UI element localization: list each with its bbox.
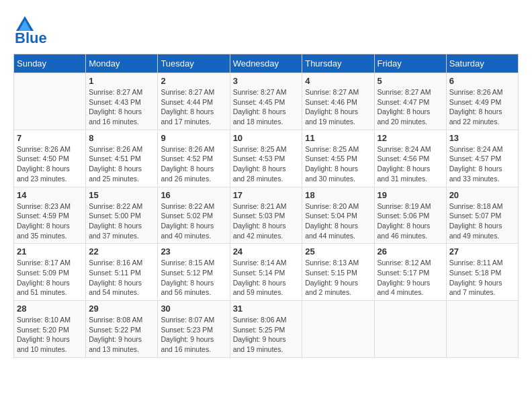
page-header: Blue xyxy=(13,13,519,47)
day-number: 18 xyxy=(305,190,371,200)
calendar-cell: 24Sunrise: 8:14 AMSunset: 5:14 PMDayligh… xyxy=(230,244,302,301)
calendar-cell: 25Sunrise: 8:13 AMSunset: 5:15 PMDayligh… xyxy=(302,244,374,301)
day-number: 4 xyxy=(305,76,371,86)
day-info: Sunrise: 8:22 AMSunset: 5:00 PMDaylight:… xyxy=(89,201,154,241)
day-info: Sunrise: 8:15 AMSunset: 5:12 PMDaylight:… xyxy=(161,258,226,298)
calendar-cell xyxy=(446,301,518,358)
day-number: 5 xyxy=(378,76,443,86)
day-number: 25 xyxy=(305,246,371,257)
day-info: Sunrise: 8:27 AMSunset: 4:43 PMDaylight:… xyxy=(89,87,154,127)
day-number: 16 xyxy=(161,190,226,200)
calendar-cell: 27Sunrise: 8:11 AMSunset: 5:18 PMDayligh… xyxy=(446,244,518,301)
calendar-cell: 17Sunrise: 8:21 AMSunset: 5:03 PMDayligh… xyxy=(230,187,302,244)
header-day-thursday: Thursday xyxy=(302,54,374,73)
calendar-cell: 29Sunrise: 8:08 AMSunset: 5:22 PMDayligh… xyxy=(86,301,158,358)
day-info: Sunrise: 8:26 AMSunset: 4:50 PMDaylight:… xyxy=(17,144,83,184)
calendar-cell: 10Sunrise: 8:25 AMSunset: 4:53 PMDayligh… xyxy=(230,130,302,187)
day-number: 1 xyxy=(89,76,154,86)
day-number: 9 xyxy=(161,133,226,143)
day-info: Sunrise: 8:13 AMSunset: 5:15 PMDaylight:… xyxy=(305,258,371,298)
day-number: 12 xyxy=(378,133,443,143)
day-info: Sunrise: 8:06 AMSunset: 5:25 PMDaylight:… xyxy=(233,315,300,355)
calendar-cell: 9Sunrise: 8:26 AMSunset: 4:52 PMDaylight… xyxy=(158,130,230,187)
calendar-cell: 18Sunrise: 8:20 AMSunset: 5:04 PMDayligh… xyxy=(302,187,374,244)
day-info: Sunrise: 8:12 AMSunset: 5:17 PMDaylight:… xyxy=(378,258,443,298)
day-info: Sunrise: 8:26 AMSunset: 4:49 PMDaylight:… xyxy=(449,87,515,127)
day-info: Sunrise: 8:08 AMSunset: 5:22 PMDaylight:… xyxy=(89,315,154,355)
day-number: 24 xyxy=(233,246,300,257)
logo: Blue xyxy=(13,13,47,47)
day-number: 11 xyxy=(305,133,371,143)
day-info: Sunrise: 8:17 AMSunset: 5:09 PMDaylight:… xyxy=(17,258,83,298)
day-info: Sunrise: 8:07 AMSunset: 5:23 PMDaylight:… xyxy=(161,315,226,355)
week-row-1: 1Sunrise: 8:27 AMSunset: 4:43 PMDaylight… xyxy=(14,73,519,130)
day-info: Sunrise: 8:22 AMSunset: 5:02 PMDaylight:… xyxy=(161,201,226,241)
header-day-tuesday: Tuesday xyxy=(158,54,230,73)
day-info: Sunrise: 8:27 AMSunset: 4:46 PMDaylight:… xyxy=(305,87,371,127)
day-info: Sunrise: 8:21 AMSunset: 5:03 PMDaylight:… xyxy=(233,201,300,241)
day-info: Sunrise: 8:25 AMSunset: 4:53 PMDaylight:… xyxy=(233,144,300,184)
calendar-cell: 5Sunrise: 8:27 AMSunset: 4:47 PMDaylight… xyxy=(374,73,446,130)
day-number: 13 xyxy=(449,133,515,143)
calendar-cell: 20Sunrise: 8:18 AMSunset: 5:07 PMDayligh… xyxy=(446,187,518,244)
day-number: 31 xyxy=(233,304,300,314)
week-row-5: 28Sunrise: 8:10 AMSunset: 5:20 PMDayligh… xyxy=(14,301,519,358)
day-number: 22 xyxy=(89,246,154,257)
calendar-cell: 30Sunrise: 8:07 AMSunset: 5:23 PMDayligh… xyxy=(158,301,230,358)
calendar-cell: 1Sunrise: 8:27 AMSunset: 4:43 PMDaylight… xyxy=(86,73,158,130)
calendar-cell xyxy=(302,301,374,358)
calendar-cell: 11Sunrise: 8:25 AMSunset: 4:55 PMDayligh… xyxy=(302,130,374,187)
calendar-cell: 19Sunrise: 8:19 AMSunset: 5:06 PMDayligh… xyxy=(374,187,446,244)
calendar-header: SundayMondayTuesdayWednesdayThursdayFrid… xyxy=(14,54,519,73)
day-number: 15 xyxy=(89,190,154,200)
day-info: Sunrise: 8:26 AMSunset: 4:52 PMDaylight:… xyxy=(161,144,226,184)
day-info: Sunrise: 8:27 AMSunset: 4:44 PMDaylight:… xyxy=(161,87,226,127)
header-day-sunday: Sunday xyxy=(14,54,86,73)
day-number: 3 xyxy=(233,76,300,86)
week-row-3: 14Sunrise: 8:23 AMSunset: 4:59 PMDayligh… xyxy=(14,187,519,244)
calendar-body: 1Sunrise: 8:27 AMSunset: 4:43 PMDaylight… xyxy=(14,73,519,358)
calendar-cell: 21Sunrise: 8:17 AMSunset: 5:09 PMDayligh… xyxy=(14,244,86,301)
calendar-cell: 8Sunrise: 8:26 AMSunset: 4:51 PMDaylight… xyxy=(86,130,158,187)
day-number: 10 xyxy=(233,133,300,143)
logo-blue: Blue xyxy=(15,30,47,47)
day-info: Sunrise: 8:25 AMSunset: 4:55 PMDaylight:… xyxy=(305,144,371,184)
day-info: Sunrise: 8:24 AMSunset: 4:57 PMDaylight:… xyxy=(449,144,515,184)
day-number: 2 xyxy=(161,76,226,86)
day-number: 23 xyxy=(161,246,226,257)
calendar-cell: 31Sunrise: 8:06 AMSunset: 5:25 PMDayligh… xyxy=(230,301,302,358)
day-info: Sunrise: 8:14 AMSunset: 5:14 PMDaylight:… xyxy=(233,258,300,298)
day-info: Sunrise: 8:10 AMSunset: 5:20 PMDaylight:… xyxy=(17,315,83,355)
calendar-cell: 7Sunrise: 8:26 AMSunset: 4:50 PMDaylight… xyxy=(14,130,86,187)
header-day-friday: Friday xyxy=(374,54,446,73)
day-number: 26 xyxy=(378,246,443,257)
calendar-cell: 4Sunrise: 8:27 AMSunset: 4:46 PMDaylight… xyxy=(302,73,374,130)
header-day-wednesday: Wednesday xyxy=(230,54,302,73)
day-number: 21 xyxy=(17,246,83,257)
header-row: SundayMondayTuesdayWednesdayThursdayFrid… xyxy=(14,54,519,73)
calendar-cell xyxy=(14,73,86,130)
day-number: 6 xyxy=(449,76,515,86)
calendar-cell: 6Sunrise: 8:26 AMSunset: 4:49 PMDaylight… xyxy=(446,73,518,130)
day-number: 14 xyxy=(17,190,83,200)
day-number: 7 xyxy=(17,133,83,143)
day-info: Sunrise: 8:11 AMSunset: 5:18 PMDaylight:… xyxy=(449,258,515,298)
day-info: Sunrise: 8:20 AMSunset: 5:04 PMDaylight:… xyxy=(305,201,371,241)
day-info: Sunrise: 8:26 AMSunset: 4:51 PMDaylight:… xyxy=(89,144,154,184)
day-info: Sunrise: 8:23 AMSunset: 4:59 PMDaylight:… xyxy=(17,201,83,241)
day-number: 20 xyxy=(449,190,515,200)
calendar-cell: 12Sunrise: 8:24 AMSunset: 4:56 PMDayligh… xyxy=(374,130,446,187)
header-day-monday: Monday xyxy=(86,54,158,73)
calendar-cell: 28Sunrise: 8:10 AMSunset: 5:20 PMDayligh… xyxy=(14,301,86,358)
calendar-cell: 15Sunrise: 8:22 AMSunset: 5:00 PMDayligh… xyxy=(86,187,158,244)
calendar-cell xyxy=(374,301,446,358)
calendar-table: SundayMondayTuesdayWednesdayThursdayFrid… xyxy=(13,54,519,358)
day-info: Sunrise: 8:18 AMSunset: 5:07 PMDaylight:… xyxy=(449,201,515,241)
day-number: 29 xyxy=(89,304,154,314)
week-row-4: 21Sunrise: 8:17 AMSunset: 5:09 PMDayligh… xyxy=(14,244,519,301)
calendar-cell: 26Sunrise: 8:12 AMSunset: 5:17 PMDayligh… xyxy=(374,244,446,301)
day-number: 27 xyxy=(449,246,515,257)
day-number: 17 xyxy=(233,190,300,200)
header-day-saturday: Saturday xyxy=(446,54,518,73)
day-info: Sunrise: 8:24 AMSunset: 4:56 PMDaylight:… xyxy=(378,144,443,184)
